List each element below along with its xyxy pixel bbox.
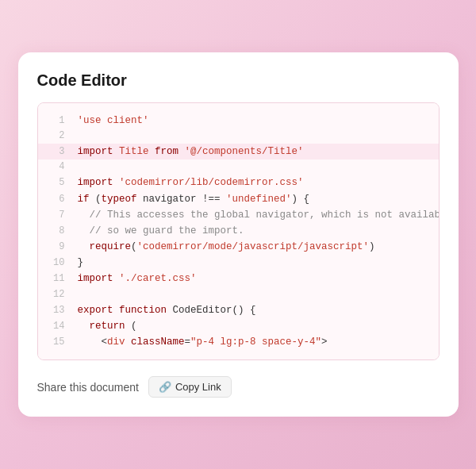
line-number: 3 (48, 144, 65, 160)
line-number: 1 (48, 113, 65, 129)
code-text: <div className="p-4 lg:p-8 space-y-4"> (78, 334, 328, 350)
line-number: 5 (48, 175, 65, 190)
code-text: } (78, 255, 84, 271)
code-text: import 'codemirror/lib/codemirror.css' (78, 175, 304, 190)
card-title: Code Editor (37, 71, 440, 90)
line-number: 15 (48, 335, 65, 350)
code-editor-block: 1 'use client' 2 3 import Title from '@/… (37, 102, 440, 361)
code-line-5: 5 import 'codemirror/lib/codemirror.css' (38, 175, 439, 190)
code-line-3: 3 import Title from '@/components/Title' (38, 144, 439, 160)
code-line-7: 7 // This accesses the global navigator,… (38, 207, 439, 223)
main-card: Code Editor 1 'use client' 2 3 import Ti… (18, 52, 459, 417)
line-number: 12 (48, 287, 65, 302)
copy-link-button[interactable]: 🔗 Copy Link (148, 376, 232, 398)
line-number: 14 (48, 319, 65, 334)
code-text: if (typeof navigator !== 'undefined') { (78, 191, 310, 207)
code-text: 'use client' (78, 113, 149, 129)
code-line-14: 14 return ( (38, 318, 439, 334)
code-line-11: 11 import './caret.css' (38, 271, 439, 286)
line-number: 8 (48, 224, 65, 239)
code-line-9: 9 require('codemirror/mode/javascript/ja… (38, 239, 439, 255)
copy-link-label: Copy Link (175, 381, 221, 393)
line-number: 6 (48, 192, 65, 207)
code-line-10: 10 } (38, 255, 439, 271)
code-line-6: 6 if (typeof navigator !== 'undefined') … (38, 191, 439, 207)
line-number: 13 (48, 303, 65, 318)
code-line-13: 13 export function CodeEditor() { (38, 302, 439, 318)
line-number: 7 (48, 208, 65, 223)
share-label: Share this document (37, 381, 139, 394)
share-row: Share this document 🔗 Copy Link (37, 376, 440, 398)
code-text: require('codemirror/mode/javascript/java… (78, 239, 375, 255)
line-number: 11 (48, 271, 65, 286)
code-text: // so we guard the import. (78, 223, 244, 239)
code-text: import Title from '@/components/Title' (78, 144, 304, 160)
code-line-8: 8 // so we guard the import. (38, 223, 439, 239)
code-text: // This accesses the global navigator, w… (78, 207, 440, 223)
code-line-15: 15 <div className="p-4 lg:p-8 space-y-4"… (38, 334, 439, 350)
code-text: return ( (78, 318, 137, 334)
code-text: import './caret.css' (78, 271, 197, 286)
code-line-4: 4 (38, 160, 439, 175)
code-text: export function CodeEditor() { (78, 302, 256, 318)
code-line-2: 2 (38, 129, 439, 144)
line-number: 2 (48, 129, 65, 144)
line-number: 4 (48, 160, 65, 175)
line-number: 9 (48, 240, 65, 255)
code-line-1: 1 'use client' (38, 113, 439, 129)
code-line-12: 12 (38, 287, 439, 302)
line-number: 10 (48, 256, 65, 271)
link-icon: 🔗 (159, 381, 171, 393)
